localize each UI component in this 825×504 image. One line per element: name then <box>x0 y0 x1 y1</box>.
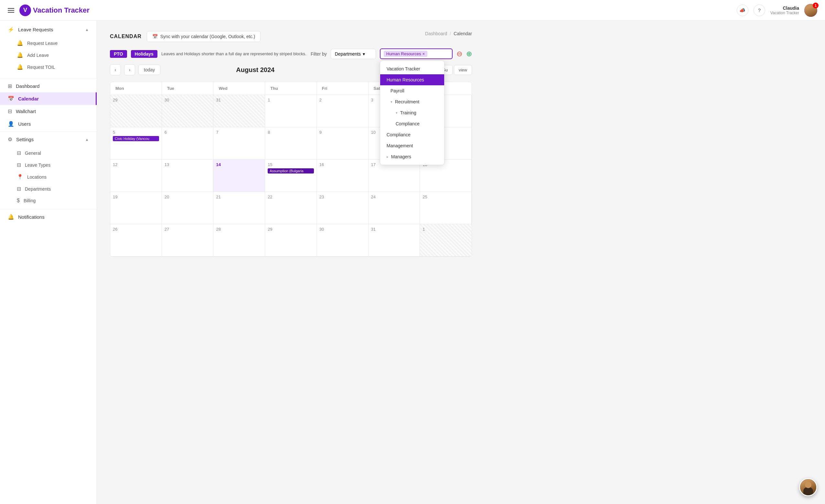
dropdown-item-compliance-nested[interactable]: Compliance <box>380 118 444 129</box>
sidebar-item-locations[interactable]: 📍 Locations <box>0 171 97 183</box>
header-left: V Vacation Tracker <box>8 5 89 16</box>
notification-badge: 1 <box>813 3 819 8</box>
calendar-cell[interactable]: 12 <box>110 160 162 192</box>
cell-date: 29 <box>113 98 159 102</box>
calendar-cell[interactable]: 29 <box>265 224 317 257</box>
dropdown-item-vacation-tracker[interactable]: Vacation Tracker <box>380 63 444 74</box>
day-header-fri: Fri <box>317 82 369 95</box>
bell-icon-toil: 🔔 <box>17 64 23 70</box>
calendar-cell[interactable]: 23 <box>317 192 369 224</box>
sidebar-item-leave-types[interactable]: ⊟ Leave Types <box>0 159 97 171</box>
today-button[interactable]: today <box>138 65 160 75</box>
calendar-cell[interactable]: 6 <box>162 127 214 160</box>
calendar-cell[interactable]: 26 <box>110 224 162 257</box>
sidebar-item-billing[interactable]: $ Billing <box>0 195 97 206</box>
view-button[interactable]: view <box>454 65 472 75</box>
calendar-cell[interactable]: 30 <box>317 224 369 257</box>
calendar-cell[interactable]: 21 <box>213 192 265 224</box>
calendar-cell[interactable]: 1 <box>420 224 472 257</box>
dropdown-item-compliance[interactable]: Compliance <box>380 129 444 140</box>
calendar-cell[interactable]: 14 <box>213 160 265 192</box>
prev-month-button[interactable]: ‹ <box>110 64 121 75</box>
sync-btn-label: Sync with your calendar (Google, Outlook… <box>160 34 255 39</box>
sync-calendar-button[interactable]: 📅 Sync with your calendar (Google, Outlo… <box>147 31 260 42</box>
departments-dropdown-trigger[interactable]: Departments ▾ <box>331 49 376 59</box>
calendar-cell[interactable]: 20 <box>162 192 214 224</box>
filter-remove-button[interactable]: ⊖ <box>456 50 462 58</box>
sidebar-item-calendar[interactable]: 📅 Calendar <box>0 92 97 105</box>
calendar-cell[interactable]: 31 <box>369 224 420 257</box>
calendar-cell[interactable]: 31 <box>213 95 265 127</box>
sidebar-divider-3 <box>0 209 97 209</box>
sidebar-item-add-leave[interactable]: 🔔 Add Leave <box>0 49 97 61</box>
sidebar-item-general[interactable]: ⊟ General <box>0 147 97 159</box>
calendar-cell[interactable]: 29 <box>110 95 162 127</box>
filter-tag-close-icon[interactable]: × <box>422 51 425 56</box>
day-header-thu: Thu <box>265 82 317 95</box>
app-layout: ⚡ Leave Requests ▲ 🔔 Request Leave 🔔 Add… <box>0 21 825 504</box>
cell-date: 28 <box>216 227 262 232</box>
dropdown-item-payroll[interactable]: Payroll <box>380 85 444 96</box>
next-month-button[interactable]: › <box>124 64 135 75</box>
sidebar-item-request-leave[interactable]: 🔔 Request Leave <box>0 37 97 49</box>
calendar-cell[interactable]: 5Civic Holiday (Vancou <box>110 127 162 160</box>
calendar-cell[interactable]: 1 <box>265 95 317 127</box>
dept-filter-input[interactable] <box>429 51 449 56</box>
hamburger-button[interactable] <box>8 8 14 13</box>
dropdown-item-management[interactable]: Management <box>380 140 444 151</box>
chevron-up-icon-settings: ▲ <box>85 137 89 142</box>
sidebar-item-wallchart[interactable]: ⊟ Wallchart <box>0 105 97 117</box>
calendar-header-row: CALENDAR 📅 Sync with your calendar (Goog… <box>110 31 425 42</box>
calendar-event[interactable]: Civic Holiday (Vancou <box>113 136 159 141</box>
announce-button[interactable]: 📣 <box>737 5 748 16</box>
filter-add-button[interactable]: ⊕ <box>466 50 472 58</box>
calendar-cell[interactable]: 28 <box>213 224 265 257</box>
sidebar-item-leave-requests[interactable]: ⚡ Leave Requests ▲ <box>0 23 97 36</box>
wallchart-label: Wallchart <box>16 108 36 114</box>
cell-date: 30 <box>164 98 211 102</box>
calendar-event[interactable]: Assumption (Bulgaria <box>268 168 314 173</box>
dropdown-item-label-recruitment: Recruitment <box>395 99 419 104</box>
calendar-cell[interactable]: 25 <box>420 192 472 224</box>
dropdown-item-recruitment[interactable]: ▾ Recruitment <box>380 96 444 107</box>
cell-date: 9 <box>319 130 366 135</box>
location-icon: 📍 <box>17 174 23 180</box>
settings-icon: ⚙ <box>8 136 12 143</box>
sidebar-item-dashboard[interactable]: ⊞ Dashboard <box>0 80 97 92</box>
locations-label: Locations <box>27 174 47 180</box>
calendar-cell[interactable]: 2 <box>317 95 369 127</box>
chatbot-avatar[interactable] <box>799 478 817 496</box>
dropdown-item-managers[interactable]: ▸ Managers <box>380 151 444 162</box>
chevron-right-icon-managers: ▸ <box>387 155 389 159</box>
month-title: August 2024 <box>166 66 344 74</box>
dropdown-item-label-compliance: Compliance <box>387 132 410 137</box>
calendar-cell[interactable]: 16 <box>317 160 369 192</box>
departments-label-filter: Departments <box>335 51 361 57</box>
calendar-cell[interactable]: 13 <box>162 160 214 192</box>
breadcrumb-dashboard[interactable]: Dashboard <box>425 31 447 36</box>
sidebar-item-users[interactable]: 👤 Users <box>0 117 97 130</box>
calendar-cell[interactable]: 8 <box>265 127 317 160</box>
help-button[interactable]: ? <box>754 5 765 16</box>
avatar-wrapper[interactable]: 1 <box>804 4 817 17</box>
calendar-cell[interactable]: 22 <box>265 192 317 224</box>
sidebar-item-request-toil[interactable]: 🔔 Request TOIL <box>0 61 97 73</box>
billing-label: Billing <box>23 198 35 203</box>
dropdown-item-training[interactable]: ▾ Training <box>380 107 444 118</box>
logo[interactable]: V Vacation Tracker <box>19 5 89 16</box>
dropdown-item-human-resources[interactable]: Human Resources <box>380 74 444 85</box>
calendar-cell[interactable]: 19 <box>110 192 162 224</box>
calendar-cell[interactable]: 24 <box>369 192 420 224</box>
breadcrumb-sep: / <box>450 31 451 36</box>
calendar-cell[interactable]: 15Assumption (Bulgaria <box>265 160 317 192</box>
calendar-cell[interactable]: 7 <box>213 127 265 160</box>
sidebar-item-notifications[interactable]: 🔔 Notifications <box>0 211 97 223</box>
calendar-cell[interactable]: 30 <box>162 95 214 127</box>
bolt-icon: ⚡ <box>8 26 14 33</box>
leave-types-icon: ⊟ <box>17 162 21 168</box>
dept-filter-input-box[interactable]: Human Resources × <box>380 49 453 59</box>
sidebar-item-departments[interactable]: ⊟ Departments <box>0 183 97 195</box>
sidebar-item-settings[interactable]: ⚙ Settings ▲ <box>0 133 97 146</box>
calendar-cell[interactable]: 9 <box>317 127 369 160</box>
calendar-cell[interactable]: 27 <box>162 224 214 257</box>
